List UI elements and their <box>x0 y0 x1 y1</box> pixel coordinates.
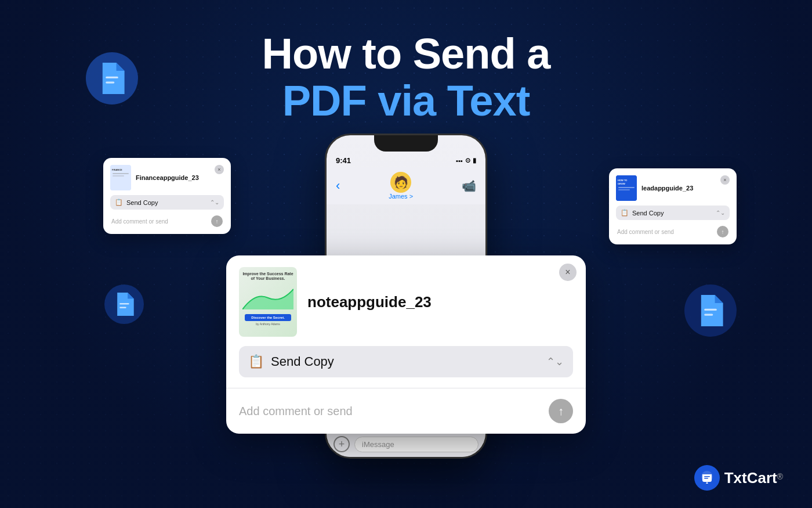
mini-card-right-close[interactable]: × <box>720 175 730 185</box>
wifi-icon: ⊙ <box>465 157 470 164</box>
svg-rect-13 <box>618 187 635 188</box>
send-button[interactable]: ↑ <box>549 399 573 423</box>
svg-rect-8 <box>113 173 129 174</box>
mini-thumb-finance: FINANCE <box>110 165 131 190</box>
mini-card-left-close[interactable]: × <box>215 165 224 174</box>
mini-card-left: FINANCE Financeappguide_23 × 📋 Send Copy… <box>103 158 231 234</box>
svg-rect-17 <box>704 478 708 479</box>
battery-icon: ▮ <box>473 157 476 164</box>
signal-icon: ▪▪▪ <box>456 157 463 164</box>
contact-info: 🧑 James > <box>389 172 413 200</box>
mini-filename-left: Financeappguide_23 <box>136 174 224 181</box>
video-call-icon[interactable]: 📹 <box>462 179 476 193</box>
thumb-bottom: by Anthony Adams <box>256 322 280 326</box>
mini-card-right-header: HOW TO GROW leadappguide_23 × <box>616 175 730 201</box>
main-card-action-row[interactable]: 📋 Send Copy ⌃⌄ <box>239 346 573 377</box>
status-time: 9:41 <box>336 156 351 165</box>
main-card-bottom: Add comment or send ↑ <box>226 388 586 434</box>
mini-action-label-left: Send Copy <box>126 199 206 206</box>
txtcart-icon <box>694 465 720 491</box>
mini-thumb-lead: HOW TO GROW <box>616 175 637 201</box>
phone-status-bar: 9:41 ▪▪▪ ⊙ ▮ <box>327 152 485 167</box>
mini-file-icon-left: 📋 <box>115 199 123 206</box>
doc-icon-top-left <box>86 52 138 105</box>
doc-icon-mid-left <box>104 284 144 324</box>
mini-bottom-left: Add comment or send ↑ <box>110 213 224 229</box>
mini-send-button-right[interactable]: ↑ <box>717 226 728 237</box>
thumb-title: Improve the Success Rate of Your Busines… <box>242 272 293 282</box>
mini-action-left[interactable]: 📋 Send Copy ⌃⌄ <box>110 195 224 210</box>
mini-card-right: HOW TO GROW leadappguide_23 × 📋 Send Cop… <box>609 168 737 244</box>
svg-text:FINANCE: FINANCE <box>112 168 122 171</box>
mini-action-label-right: Send Copy <box>632 210 712 217</box>
mini-action-right[interactable]: 📋 Send Copy ⌃⌄ <box>616 206 730 220</box>
main-card-close-button[interactable]: × <box>559 264 577 281</box>
mini-filename-right: leadappguide_23 <box>641 185 730 192</box>
thumb-cta: Discover the Secret. <box>245 314 291 321</box>
mini-bottom-right: Add comment or send ↑ <box>616 224 730 240</box>
imessage-input[interactable]: iMessage <box>354 437 478 452</box>
add-attachment-button[interactable]: + <box>334 436 350 452</box>
txtcart-text: TxtCart <box>724 469 777 487</box>
contact-name: James > <box>389 193 413 200</box>
svg-rect-16 <box>704 476 710 477</box>
message-input-bar: + iMessage <box>327 431 485 457</box>
svg-rect-5 <box>704 314 713 315</box>
contact-avatar: 🧑 <box>390 172 411 193</box>
phone-header: ‹ 🧑 James > 📹 <box>327 167 485 204</box>
thumb-chart <box>242 286 293 309</box>
txtcart-logo: TxtCart® <box>694 465 783 491</box>
registered-mark: ® <box>777 471 783 481</box>
status-icons: ▪▪▪ ⊙ ▮ <box>456 157 476 164</box>
mini-card-left-header: FINANCE Financeappguide_23 × <box>110 165 224 190</box>
mini-file-icon-right: 📋 <box>621 209 629 217</box>
svg-rect-3 <box>119 307 126 308</box>
svg-rect-14 <box>618 189 630 190</box>
svg-rect-0 <box>106 77 118 78</box>
main-share-card: Improve the Success Rate of Your Busines… <box>226 255 586 434</box>
send-copy-label: Send Copy <box>271 354 539 369</box>
action-chevron-icon: ⌃⌄ <box>546 355 564 368</box>
comment-placeholder: Add comment or send <box>239 405 542 418</box>
main-card-header: Improve the Success Rate of Your Busines… <box>226 255 586 346</box>
main-card-thumbnail: Improve the Success Rate of Your Busines… <box>239 267 297 337</box>
phone-notch <box>374 135 438 152</box>
svg-rect-4 <box>704 309 717 311</box>
mini-comment-placeholder-left: Add comment or send <box>111 218 211 225</box>
svg-text:HOW TO: HOW TO <box>618 179 627 182</box>
mini-comment-placeholder-right: Add comment or send <box>617 229 717 235</box>
txtcart-name: TxtCart® <box>724 469 783 487</box>
action-file-icon: 📋 <box>248 354 264 369</box>
back-button[interactable]: ‹ <box>336 178 340 193</box>
svg-rect-2 <box>119 303 129 304</box>
mini-chevron-right: ⌃⌄ <box>716 210 725 216</box>
mini-send-button-left[interactable]: ↑ <box>211 215 223 227</box>
main-card-filename: noteappguide_23 <box>307 293 573 311</box>
main-content: How to Send a PDF via Text <box>0 0 812 508</box>
mini-chevron-left: ⌃⌄ <box>210 199 219 206</box>
doc-icon-mid-right <box>684 284 737 337</box>
svg-text:GROW: GROW <box>618 182 625 185</box>
svg-rect-9 <box>113 175 124 176</box>
svg-rect-1 <box>106 81 114 83</box>
